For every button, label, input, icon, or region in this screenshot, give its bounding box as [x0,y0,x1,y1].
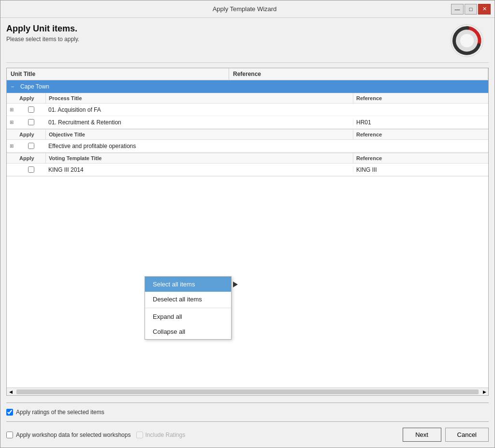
voting-title-1: KING III 2014 [45,166,353,173]
collapse-all-label: Collapse all [153,328,185,335]
logo-area [450,24,489,58]
process-title-1: 01. Acquisition of FA [45,106,353,113]
checkbox-2[interactable] [28,119,34,125]
objective-ref-label: Reference [353,130,488,139]
voting-title-label: Voting Template Title [45,153,353,163]
apply-workshop-checkbox[interactable] [6,432,13,438]
objective-row-1: ⊞ Effective and profitable operations [7,140,488,152]
expand-icon-2[interactable]: ⊞ [7,119,16,125]
expand-icon-3[interactable]: ⊞ [7,143,16,149]
process-ref-label: Reference [353,93,488,103]
minimize-button[interactable]: — [451,4,464,15]
voting-ref-label: Reference [353,153,488,163]
apply-workshop-label: Apply workshop data for selected worksho… [16,432,131,438]
apply-ratings-label: Apply ratings of the selected items [16,409,104,416]
voting-row-1: KING III 2014 KING III [7,164,488,176]
context-menu-item-expand-all[interactable]: Expand all [145,309,231,324]
checkbox-1[interactable] [28,106,34,113]
process-apply-label: Apply [16,93,45,103]
page-title: Apply Unit items. [6,24,79,34]
select-all-label: Select all items [153,281,195,288]
logo-icon [450,24,484,58]
apply-checkbox-3[interactable] [16,143,45,149]
cancel-button[interactable]: Cancel [445,428,489,442]
group-toggle-icon[interactable]: − [7,84,18,90]
page-subtitle: Please select items to apply. [6,36,79,43]
process-row-1: ⊞ 01. Acquisition of FA [7,104,488,116]
apply-workshop-checkbox-row: Apply workshop data for selected worksho… [6,432,131,438]
voting-apply-label: Apply [16,153,45,163]
context-menu-item-select-all[interactable]: Select all items [145,277,231,292]
buttons-area: Apply workshop data for selected worksho… [6,428,489,442]
process-ref-2: HR01 [353,119,488,126]
unit-title-header: Unit Title [7,68,229,80]
objective-header: Apply Objective Title Reference [7,129,488,140]
tree-header: Unit Title Reference [7,68,488,80]
maximize-button[interactable]: □ [465,4,477,15]
process-title-2: 01. Recruitment & Retention [45,119,353,126]
scroll-left-btn[interactable]: ◀ [7,389,15,394]
process-row-2: ⊞ 01. Recruitment & Retention HR01 [7,116,488,129]
window-title: Apply Template Wizard [38,5,451,13]
process-header: Apply Process Title Reference [7,93,488,104]
title-bar: Apply Template Wizard — □ ✕ [0,0,495,18]
scrollbar-thumb[interactable] [16,389,479,394]
header-section: Apply Unit items. Please select items to… [6,24,489,63]
context-menu: Select all items Deselect all items Expa… [145,276,232,340]
voting-ref-1: KING III [353,166,488,173]
apply-checkbox-4[interactable] [16,166,45,173]
objective-apply-label: Apply [16,130,45,139]
wizard-window: Apply Template Wizard — □ ✕ Apply Unit i… [0,0,495,448]
reference-header: Reference [229,68,488,80]
horizontal-scrollbar[interactable]: ◀ ▶ [7,388,488,395]
include-ratings-label: Include Ratings [145,432,185,438]
deselect-all-label: Deselect all items [153,296,202,303]
context-menu-item-collapse-all[interactable]: Collapse all [145,324,231,339]
checkbox-4[interactable] [28,166,34,173]
objective-section: Apply Objective Title Reference ⊞ Effect… [7,129,488,153]
bottom-section: Apply ratings of the selected items Appl… [6,400,489,442]
action-buttons: Next Cancel [403,428,489,442]
next-button[interactable]: Next [403,428,441,442]
scroll-right-btn[interactable]: ▶ [480,389,488,394]
process-title-label: Process Title [45,93,353,103]
apply-ratings-checkbox[interactable] [6,409,13,416]
cursor-icon [233,282,238,287]
workshop-row: Apply workshop data for selected worksho… [6,432,185,438]
include-ratings-row: Include Ratings [136,432,185,438]
voting-section: Apply Voting Template Title Reference KI… [7,153,488,177]
main-content: Apply Unit items. Please select items to… [0,18,495,448]
group-row-cape-town[interactable]: − Cape Town [7,80,488,93]
objective-title-label: Objective Title [45,130,353,139]
tree-container[interactable]: Unit Title Reference − Cape Town Apply P… [6,68,489,396]
window-controls: — □ ✕ [451,4,491,15]
close-button[interactable]: ✕ [478,4,491,15]
expand-icon-1[interactable]: ⊞ [7,107,16,112]
objective-title-1: Effective and profitable operations [45,143,353,149]
include-ratings-checkbox[interactable] [136,432,143,438]
apply-ratings-row: Apply ratings of the selected items [6,409,489,416]
apply-checkbox-2[interactable] [16,119,45,125]
header-text: Apply Unit items. Please select items to… [6,24,79,43]
svg-point-3 [460,34,474,47]
divider-1 [6,403,489,403]
process-section: Apply Process Title Reference ⊞ 01. Acqu… [7,93,488,129]
voting-header: Apply Voting Template Title Reference [7,153,488,164]
context-menu-item-deselect-all[interactable]: Deselect all items [145,292,231,307]
checkbox-3[interactable] [28,143,34,149]
group-row-title: Cape Town [18,83,353,90]
expand-all-label: Expand all [153,313,182,320]
divider-2 [6,421,489,422]
apply-checkbox-1[interactable] [16,106,45,113]
context-menu-separator [145,308,231,308]
